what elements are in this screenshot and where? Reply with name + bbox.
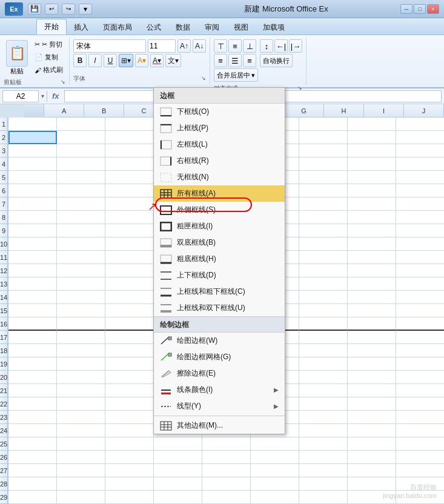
row-num-29[interactable]: 29: [0, 491, 8, 504]
cell-I7[interactable]: [396, 197, 444, 211]
row-num-17[interactable]: 17: [0, 331, 8, 344]
col-header-G[interactable]: G: [284, 104, 324, 117]
cell-I22[interactable]: [396, 397, 444, 411]
cell-A16[interactable]: [8, 317, 57, 331]
cell-I23[interactable]: [396, 411, 444, 424]
row-num-16[interactable]: 16: [0, 317, 8, 331]
cell-C28[interactable]: [105, 477, 154, 491]
cell-I4[interactable]: [396, 158, 444, 171]
cell-H21[interactable]: [348, 384, 396, 397]
cell-C16[interactable]: [105, 317, 154, 331]
tab-start[interactable]: 开始: [36, 19, 67, 35]
cell-G17[interactable]: [299, 331, 348, 344]
cell-C24[interactable]: [105, 424, 154, 437]
cell-G13[interactable]: [299, 277, 348, 291]
cell-I8[interactable]: [396, 211, 444, 224]
cell-H22[interactable]: [348, 397, 396, 411]
row-num-6[interactable]: 6: [0, 184, 8, 197]
cell-B17[interactable]: [57, 331, 105, 344]
cell-I6[interactable]: [396, 184, 444, 197]
row-num-9[interactable]: 9: [0, 224, 8, 237]
cell-I5[interactable]: [396, 171, 444, 184]
cell-I1[interactable]: [396, 118, 444, 131]
align-right-btn[interactable]: ≡: [243, 54, 256, 67]
cell-C7[interactable]: [105, 197, 154, 211]
row-num-27[interactable]: 27: [0, 464, 8, 477]
cell-F29[interactable]: [251, 491, 299, 504]
cell-G5[interactable]: [299, 171, 348, 184]
cell-G20[interactable]: [299, 371, 348, 384]
all-borders-item[interactable]: 所有框线(A): [154, 185, 285, 202]
cell-C13[interactable]: [105, 277, 154, 291]
cell-I12[interactable]: [396, 264, 444, 277]
align-middle-btn[interactable]: ≡: [228, 39, 242, 53]
double-bottom-item[interactable]: 双底框线(B): [154, 234, 285, 251]
left-border-item[interactable]: 左框线(L): [154, 136, 285, 153]
formula-fx-button[interactable]: fx: [50, 91, 62, 101]
maximize-btn[interactable]: □: [414, 4, 426, 14]
cell-B8[interactable]: [57, 211, 105, 224]
line-type-item[interactable]: 线型(Y) ▶: [154, 398, 285, 414]
fill-color-button[interactable]: A▾: [135, 54, 148, 67]
cell-I27[interactable]: [396, 464, 444, 477]
row-num-18[interactable]: 18: [0, 344, 8, 357]
row-num-13[interactable]: 13: [0, 277, 8, 291]
cell-G22[interactable]: [299, 397, 348, 411]
cell-I11[interactable]: [396, 251, 444, 264]
tab-insert[interactable]: 插入: [67, 20, 96, 35]
cell-A27[interactable]: [8, 464, 57, 477]
cell-C8[interactable]: [105, 211, 154, 224]
indent-decrease-btn[interactable]: ←|: [274, 39, 288, 53]
cell-B12[interactable]: [57, 264, 105, 277]
cell-C19[interactable]: [105, 357, 154, 371]
cell-H13[interactable]: [348, 277, 396, 291]
cell-C9[interactable]: [105, 224, 154, 237]
row-num-8[interactable]: 8: [0, 211, 8, 224]
cell-A8[interactable]: [8, 211, 57, 224]
cell-F26[interactable]: [251, 451, 299, 464]
cell-H12[interactable]: [348, 264, 396, 277]
cell-A29[interactable]: [8, 491, 57, 504]
align-left-btn[interactable]: ≡: [214, 54, 227, 67]
cell-G4[interactable]: [299, 158, 348, 171]
quick-save-btn[interactable]: 💾: [28, 4, 41, 15]
wrap-text-button[interactable]: 自动换行: [260, 54, 293, 67]
cell-H23[interactable]: [348, 411, 396, 424]
row-num-21[interactable]: 21: [0, 384, 8, 397]
cell-G8[interactable]: [299, 211, 348, 224]
cell-C25[interactable]: [105, 437, 154, 451]
cell-G28[interactable]: [299, 477, 348, 491]
italic-button[interactable]: I: [88, 54, 102, 67]
erase-border-item[interactable]: 擦除边框(E): [154, 365, 285, 382]
cell-G16[interactable]: [299, 317, 348, 331]
cell-A17[interactable]: [8, 331, 57, 344]
cell-B6[interactable]: [57, 184, 105, 197]
font-expand-btn[interactable]: ↘: [201, 75, 206, 81]
cell-I3[interactable]: [396, 144, 444, 158]
cell-C29[interactable]: [105, 491, 154, 504]
cell-A7[interactable]: [8, 197, 57, 211]
cell-G9[interactable]: [299, 224, 348, 237]
close-btn[interactable]: ×: [427, 4, 439, 14]
tab-addins[interactable]: 加载项: [256, 20, 292, 35]
row-num-3[interactable]: 3: [0, 144, 8, 158]
cell-I10[interactable]: [396, 237, 444, 251]
cell-C21[interactable]: [105, 384, 154, 397]
cell-A13[interactable]: [8, 277, 57, 291]
tab-review[interactable]: 审阅: [197, 20, 227, 35]
minimize-btn[interactable]: ─: [400, 4, 413, 14]
cell-B2[interactable]: [57, 131, 105, 144]
cell-B29[interactable]: [57, 491, 105, 504]
cell-G15[interactable]: [299, 304, 348, 317]
cell-G10[interactable]: [299, 237, 348, 251]
cell-G19[interactable]: [299, 357, 348, 371]
cell-H19[interactable]: [348, 357, 396, 371]
cell-H8[interactable]: [348, 211, 396, 224]
cell-A3[interactable]: [8, 144, 57, 158]
cell-B7[interactable]: [57, 197, 105, 211]
row-num-14[interactable]: 14: [0, 291, 8, 304]
merge-dropdown-icon[interactable]: ▾: [251, 71, 255, 79]
cell-G21[interactable]: [299, 384, 348, 397]
bold-button[interactable]: B: [73, 54, 87, 67]
undo-btn[interactable]: ↩: [45, 4, 58, 15]
